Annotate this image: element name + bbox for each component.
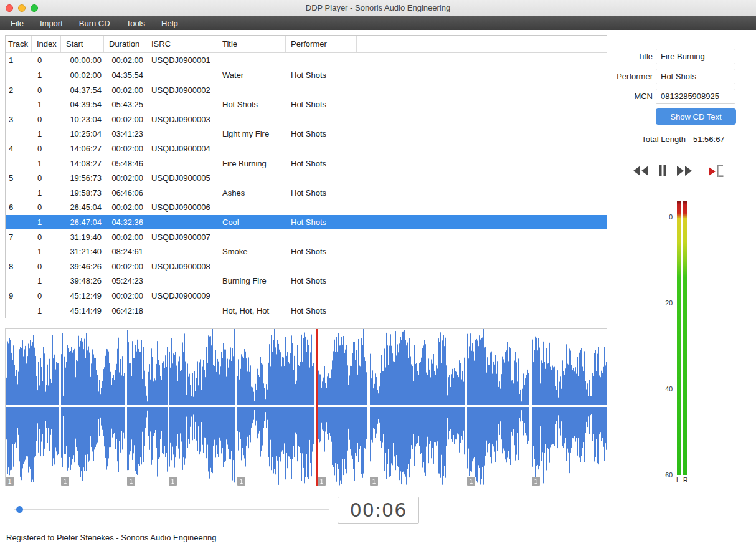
level-meter-left	[677, 201, 681, 475]
pause-button[interactable]	[658, 165, 667, 178]
cell-duration: 03:41:23	[104, 129, 146, 138]
cell-index: 0	[32, 55, 61, 65]
table-row[interactable]: 131:21:4008:24:61SmokeHot Shots	[6, 244, 607, 259]
track-index-marker[interactable]: 1	[6, 477, 14, 486]
cell-title: Hot Shots	[217, 100, 286, 109]
meter-tick: -60	[654, 471, 673, 479]
table-row[interactable]: 139:48:2605:24:23Burning FireHot Shots	[6, 274, 607, 289]
total-length-value: 51:56:67	[693, 132, 725, 147]
menu-item-help[interactable]: Help	[153, 16, 186, 30]
seek-slider[interactable]	[14, 505, 329, 514]
meter-channel-left-label: L	[676, 476, 680, 484]
table-row[interactable]: 9045:12:4900:02:00USQDJ0900009	[6, 289, 607, 304]
table-row[interactable]: 1000:00:0000:02:00USQDJ0900001	[6, 53, 607, 68]
table-row[interactable]: 145:14:4906:42:18Hot, Hot, HotHot Shots	[6, 303, 607, 318]
table-row[interactable]: 110:25:0403:41:23Light my FireHot Shots	[6, 127, 607, 141]
track-index-marker[interactable]: 1	[169, 477, 177, 486]
menu-item-tools[interactable]: Tools	[118, 16, 153, 30]
waveform-canvas[interactable]	[6, 329, 607, 486]
cell-index: 1	[32, 129, 61, 138]
cell-index: 1	[32, 159, 61, 168]
rewind-icon	[633, 165, 649, 178]
cell-start: 45:12:49	[61, 291, 104, 300]
column-header-isrc[interactable]: ISRC	[146, 36, 217, 52]
table-row[interactable]: 114:08:2705:48:46Fire BurningHot Shots	[6, 156, 607, 171]
column-header-index[interactable]: Index	[32, 36, 61, 52]
cell-index: 1	[32, 70, 61, 80]
table-row[interactable]: 6026:45:0400:02:00USQDJ0900006	[6, 200, 607, 215]
table-row[interactable]: 100:02:0004:35:54WaterHot Shots	[6, 68, 607, 83]
table-row[interactable]: 3010:23:0400:02:00USQDJ0900003	[6, 112, 607, 127]
cell-start: 14:08:27	[61, 159, 104, 168]
cell-performer: Hot Shots	[286, 188, 357, 198]
table-row[interactable]: 104:39:5405:43:25Hot ShotsHot Shots	[6, 97, 607, 112]
table-row[interactable]: 5019:56:7300:02:00USQDJ0900005	[6, 171, 607, 186]
cell-index: 1	[32, 276, 61, 285]
play-to-marker-button[interactable]	[707, 163, 725, 180]
cell-duration: 05:24:23	[104, 276, 146, 285]
mcn-field-label: MCN	[598, 89, 653, 104]
show-cd-text-button[interactable]: Show CD Text	[656, 108, 736, 125]
track-index-marker[interactable]: 1	[467, 477, 475, 486]
track-index-marker[interactable]: 1	[318, 477, 326, 486]
performer-field[interactable]	[656, 69, 735, 84]
cell-duration: 00:02:00	[104, 115, 146, 124]
rewind-button[interactable]	[633, 165, 649, 178]
waveform-panel[interactable]: 111111111	[5, 328, 607, 486]
menu-item-import[interactable]: Import	[32, 16, 71, 30]
zoom-window-button[interactable]	[31, 4, 38, 12]
cell-duration: 00:02:00	[104, 85, 146, 95]
table-row[interactable]: 126:47:0404:32:36CoolHot Shots	[6, 215, 607, 230]
title-field[interactable]	[656, 49, 735, 64]
column-header-track[interactable]: Track	[6, 36, 32, 52]
track-index-marker[interactable]: 1	[127, 477, 135, 486]
cell-duration: 04:35:54	[104, 70, 146, 80]
column-header-performer[interactable]: Performer	[286, 36, 357, 52]
window-title: DDP Player - Sonoris Audio Engineering	[306, 3, 450, 12]
track-index-marker[interactable]: 1	[370, 477, 378, 486]
column-header-start[interactable]: Start	[61, 36, 104, 52]
cell-title: Ashes	[217, 188, 286, 198]
playhead-cursor[interactable]	[316, 329, 318, 486]
cell-duration: 00:02:00	[104, 144, 146, 153]
cell-performer: Hot Shots	[286, 306, 357, 315]
meter-tick: 0	[654, 213, 673, 221]
track-index-marker[interactable]: 1	[61, 477, 69, 486]
track-index-marker[interactable]: 1	[532, 477, 540, 486]
cell-start: 00:02:00	[61, 70, 104, 80]
table-row[interactable]: 8039:46:2600:02:00USQDJ0900008	[6, 259, 607, 274]
seek-track[interactable]	[14, 509, 329, 510]
cell-track: 6	[6, 203, 32, 212]
cell-start: 39:48:26	[61, 276, 104, 285]
track-index-marker[interactable]: 1	[237, 477, 245, 486]
minimize-window-button[interactable]	[18, 4, 26, 12]
column-header-duration[interactable]: Duration	[104, 36, 146, 52]
menu-item-burn-cd[interactable]: Burn CD	[71, 16, 118, 30]
level-meter-right	[683, 201, 687, 475]
cell-start: 31:21:40	[61, 247, 104, 256]
cell-start: 10:23:04	[61, 115, 104, 124]
table-row[interactable]: 7031:19:4000:02:00USQDJ0900007	[6, 229, 607, 244]
cell-track: 5	[6, 173, 32, 183]
cell-duration: 06:42:18	[104, 306, 146, 315]
cell-duration: 00:02:00	[104, 203, 146, 212]
table-row[interactable]: 2004:37:5400:02:00USQDJ0900002	[6, 82, 607, 97]
cell-index: 0	[32, 173, 61, 183]
cell-index: 0	[32, 203, 61, 212]
fast-forward-button[interactable]	[676, 165, 692, 178]
column-header-title[interactable]: Title	[217, 36, 286, 52]
cell-title: Water	[217, 70, 286, 80]
table-row[interactable]: 4014:06:2700:02:00USQDJ0900004	[6, 141, 607, 156]
track-table-body: 1000:00:0000:02:00USQDJ0900001100:02:000…	[6, 53, 607, 318]
menu-item-file[interactable]: File	[2, 16, 32, 30]
table-row[interactable]: 119:58:7306:46:06AshesHot Shots	[6, 185, 607, 200]
close-window-button[interactable]	[6, 4, 13, 12]
cell-duration: 06:46:06	[104, 188, 146, 198]
cell-performer: Hot Shots	[286, 276, 357, 285]
cell-track: 4	[6, 144, 32, 153]
cell-performer: Hot Shots	[286, 218, 357, 227]
cell-index: 0	[32, 115, 61, 124]
seek-thumb[interactable]	[16, 506, 23, 513]
pause-icon	[658, 165, 667, 178]
mcn-field[interactable]	[656, 89, 735, 104]
